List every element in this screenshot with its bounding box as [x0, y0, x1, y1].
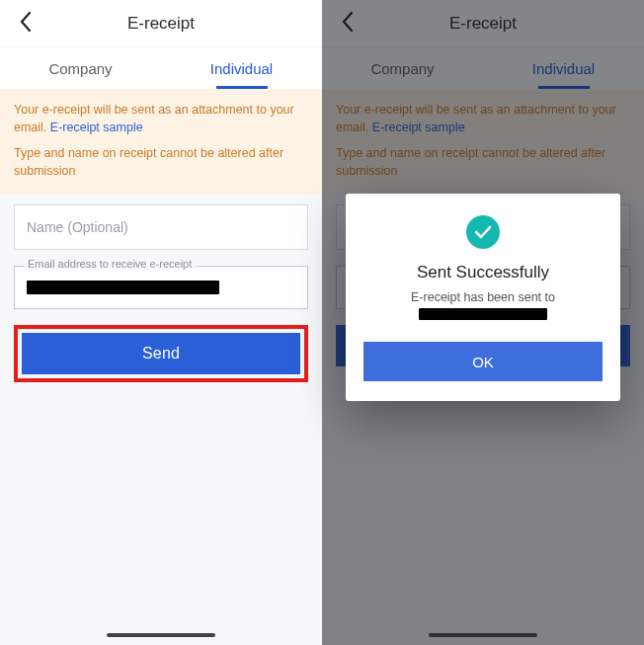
- modal-title: Sent Successfully: [417, 263, 549, 282]
- modal-message: E-receipt has been sent to: [411, 290, 555, 304]
- success-modal: Sent Successfully E-receipt has been sen…: [346, 194, 620, 401]
- send-button-highlight: Send: [14, 325, 308, 382]
- name-field: [14, 204, 308, 250]
- redacted-email: [27, 281, 219, 294]
- tab-bar: Company Individual: [0, 47, 322, 89]
- tab-company-label: Company: [48, 60, 112, 77]
- email-field: Email address to receive e-receipt: [14, 266, 308, 309]
- send-button[interactable]: Send: [22, 333, 300, 374]
- send-button-label: Send: [142, 345, 180, 362]
- name-input[interactable]: [14, 204, 308, 250]
- notice-text-2: Type and name on receipt cannot be alter…: [14, 144, 308, 180]
- screen-left: E-receipt Company Individual Your e-rece…: [0, 0, 322, 645]
- form-body: Email address to receive e-receipt Send: [0, 195, 322, 646]
- email-input[interactable]: [14, 266, 308, 309]
- chevron-left-icon: [20, 12, 32, 36]
- page-title: E-receipt: [127, 14, 195, 34]
- tab-company[interactable]: Company: [0, 47, 161, 89]
- email-field-label: Email address to receive e-receipt: [24, 258, 196, 270]
- redacted-recipient: [419, 308, 547, 320]
- ok-button-label: OK: [472, 354, 494, 370]
- check-icon: [466, 215, 500, 249]
- tab-individual[interactable]: Individual: [161, 47, 322, 89]
- top-bar: E-receipt: [0, 0, 322, 47]
- screen-right: E-receipt Company Individual Your e-rece…: [322, 0, 644, 645]
- home-indicator: [107, 633, 215, 637]
- tab-individual-label: Individual: [210, 60, 273, 77]
- home-indicator: [429, 633, 537, 637]
- ereceipt-sample-link[interactable]: E-receipt sample: [50, 121, 143, 134]
- ok-button[interactable]: OK: [363, 342, 603, 381]
- back-button[interactable]: [10, 0, 41, 46]
- notice-banner: Your e-receipt will be sent as an attach…: [0, 89, 322, 195]
